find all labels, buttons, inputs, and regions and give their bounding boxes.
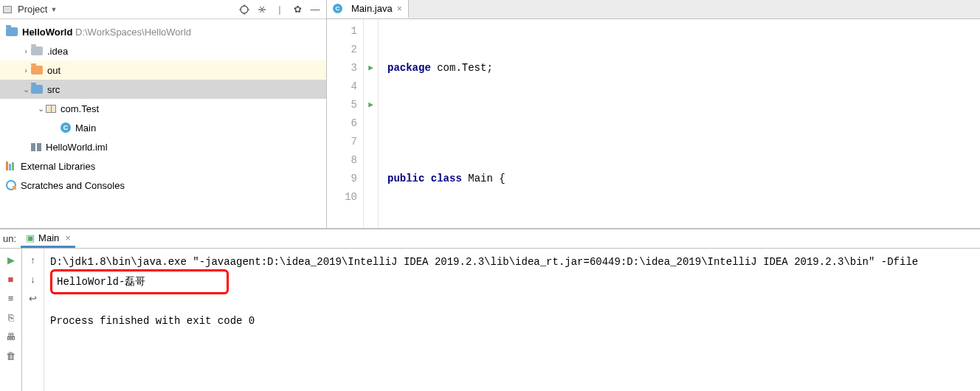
console-cmd: D:\jdk1.8\bin\java.exe "-javaagent:D:\id…	[50, 256, 918, 268]
run-panel: un: ▣ Main × ▶ ■ ≡ ⎘ 🖶 🗑 ↑ ↓ ↩ D:\jdk1.8…	[0, 229, 980, 391]
tree-node-idea[interactable]: › .idea	[0, 41, 326, 60]
highlighted-output: HelloWorld-磊哥	[50, 269, 229, 294]
run-header: un: ▣ Main ×	[0, 229, 980, 249]
tree-node-iml[interactable]: HelloWorld.iml	[0, 137, 326, 156]
collapse-icon[interactable]	[255, 3, 269, 16]
gear-icon[interactable]: ✿	[291, 3, 304, 16]
class-icon: C	[333, 4, 342, 13]
chevron-down-icon: ⌄	[21, 85, 31, 94]
svg-point-0	[241, 6, 248, 13]
project-header: Project ▼ | ✿ —	[0, 0, 326, 19]
hide-icon[interactable]: —	[308, 3, 322, 16]
class-icon: C	[61, 122, 71, 133]
tree-node-class[interactable]: C Main	[0, 118, 326, 137]
rerun-icon[interactable]: ▶	[3, 252, 19, 268]
library-icon	[6, 162, 16, 170]
iml-icon	[31, 142, 41, 152]
divider: |	[273, 3, 286, 16]
project-panel: Project ▼ | ✿ — HelloWorld D:\WorkSpaces…	[0, 0, 327, 228]
close-icon[interactable]: ×	[65, 232, 71, 243]
node-label: HelloWorld.iml	[46, 142, 108, 153]
locate-icon[interactable]	[238, 3, 251, 16]
package-icon	[46, 105, 56, 113]
chevron-right-icon: ›	[21, 46, 31, 55]
tree-root[interactable]: HelloWorld D:\WorkSpaces\HelloWorld	[0, 22, 326, 41]
run-icon: ▣	[25, 232, 35, 243]
root-path: D:\WorkSpaces\HelloWorld	[75, 27, 191, 38]
node-label: com.Test	[61, 103, 99, 114]
run-label: un:	[3, 233, 16, 244]
editor-tab[interactable]: C Main.java ×	[327, 0, 409, 18]
tree-node-package[interactable]: ⌄ com.Test	[0, 99, 326, 118]
tree-node-out[interactable]: › out	[0, 60, 326, 80]
module-icon	[6, 27, 18, 36]
project-title: Project	[18, 4, 47, 15]
console-output[interactable]: D:\jdk1.8\bin\java.exe "-javaagent:D:\id…	[44, 249, 980, 391]
down-icon[interactable]: ↓	[25, 271, 41, 287]
chevron-down-icon: ⌄	[35, 104, 46, 114]
chevron-down-icon: ▼	[50, 6, 57, 13]
delete-icon[interactable]: 🗑	[3, 347, 19, 364]
run-gutter: ▶ ▶	[364, 19, 379, 228]
code-lines[interactable]: package com.Test; public class Main { pu…	[379, 19, 980, 228]
print-icon[interactable]: 🖶	[3, 328, 19, 345]
line-gutter: 12345678910	[327, 19, 364, 228]
tree-node-libs[interactable]: External Libraries	[0, 156, 326, 176]
code-editor[interactable]: 12345678910 ▶ ▶ package com.Test; public…	[327, 19, 980, 228]
project-dropdown[interactable]: Project ▼	[3, 4, 238, 15]
project-icon	[3, 6, 12, 13]
node-label: Scratches and Consoles	[21, 180, 125, 191]
folder-icon	[31, 46, 43, 55]
wrap-icon[interactable]: ↩	[25, 290, 41, 306]
run-line-icon[interactable]: ▶	[364, 96, 378, 114]
folder-icon	[31, 66, 43, 75]
run-line-icon[interactable]: ▶	[364, 59, 378, 77]
node-label: src	[47, 84, 60, 95]
node-label: Main	[75, 122, 96, 134]
node-label: External Libraries	[21, 161, 95, 172]
folder-icon	[31, 85, 43, 94]
console-toolbar: ↑ ↓ ↩	[22, 249, 44, 391]
tree-node-src[interactable]: ⌄ src	[0, 80, 326, 99]
editor-tab-bar: C Main.java ×	[327, 0, 980, 19]
editor-panel: C Main.java × 12345678910 ▶ ▶ package co…	[327, 0, 980, 228]
up-icon[interactable]: ↑	[25, 252, 41, 268]
close-icon[interactable]: ×	[397, 4, 402, 14]
export-icon[interactable]: ⎘	[3, 309, 19, 325]
console-exit: Process finished with exit code 0	[50, 315, 255, 327]
scratches-icon	[6, 180, 16, 190]
layout-icon[interactable]: ≡	[3, 290, 19, 306]
tree-node-scratches[interactable]: Scratches and Consoles	[0, 176, 326, 195]
stop-icon[interactable]: ■	[3, 271, 19, 287]
node-label: out	[47, 65, 61, 76]
run-tab-label: Main	[38, 232, 59, 243]
project-tree[interactable]: HelloWorld D:\WorkSpaces\HelloWorld › .i…	[0, 19, 326, 228]
chevron-right-icon: ›	[21, 66, 31, 75]
run-tab[interactable]: ▣ Main ×	[21, 229, 75, 248]
tab-label: Main.java	[351, 3, 393, 14]
run-toolbar: ▶ ■ ≡ ⎘ 🖶 🗑	[0, 249, 22, 391]
root-name: HelloWorld	[22, 27, 72, 38]
node-label: .idea	[47, 46, 68, 57]
